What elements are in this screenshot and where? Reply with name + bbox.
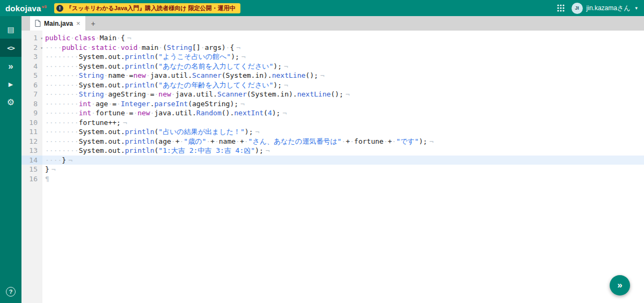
code-line-content[interactable]: ········System.out.println(age·+·"歳の"·+·… bbox=[42, 137, 644, 146]
code-line-content[interactable]: ········System.out.println("ようこそ占いの館へ");… bbox=[42, 52, 644, 62]
sidebar-item-editor[interactable]: <> bbox=[0, 39, 21, 57]
code-token: } bbox=[62, 156, 66, 164]
code-token: · bbox=[116, 43, 121, 51]
code-line[interactable]: 8········int·age·=·Integer.parseInt(ageS… bbox=[21, 99, 644, 109]
code-line[interactable]: 15}¬ bbox=[21, 165, 644, 174]
line-number[interactable]: 13 bbox=[21, 146, 42, 156]
code-line-content[interactable]: ¶ bbox=[42, 174, 644, 184]
file-icon bbox=[35, 20, 41, 27]
code-line-content[interactable]: }¬ bbox=[42, 165, 644, 174]
double-chevron-icon: » bbox=[617, 280, 622, 291]
code-editor[interactable]: 1▾public·class·Main·{¬2▾····public·stati… bbox=[21, 31, 644, 303]
code-token: · bbox=[171, 90, 175, 98]
close-icon[interactable]: × bbox=[76, 19, 80, 27]
code-token: "ようこそ占いの館へ" bbox=[158, 53, 231, 61]
brand-text: dokojava bbox=[5, 4, 41, 13]
apps-grid-icon[interactable] bbox=[557, 4, 565, 12]
code-token: "さん、あなたの運気番号は" bbox=[248, 137, 342, 145]
code-line-content[interactable]: ····public·static·void·main·(String[]·ar… bbox=[42, 43, 644, 53]
line-number[interactable]: 10 bbox=[21, 118, 42, 128]
code-line-content[interactable]: ········fortune++;¬ bbox=[42, 118, 644, 128]
line-number[interactable]: 11 bbox=[21, 127, 42, 137]
line-number[interactable]: 15 bbox=[21, 165, 42, 174]
code-line[interactable]: 12········System.out.println(age·+·"歳の"·… bbox=[21, 137, 644, 146]
fold-caret-icon[interactable]: ▾ bbox=[40, 34, 43, 43]
code-token: System.out. bbox=[79, 62, 125, 70]
line-number[interactable]: 9 bbox=[21, 108, 42, 118]
code-line-content[interactable]: ········System.out.println("あなたの年齢を入力してく… bbox=[42, 80, 644, 90]
code-line[interactable]: 9········int·fortune·=·new·java.util.Ran… bbox=[21, 108, 644, 118]
code-token: ¬ bbox=[284, 81, 288, 89]
code-token: ···· bbox=[45, 43, 62, 51]
line-number[interactable]: 8 bbox=[21, 99, 42, 109]
line-number[interactable]: 3 bbox=[21, 52, 42, 62]
line-number[interactable]: 2▾ bbox=[21, 43, 42, 53]
gear-icon: ⚙ bbox=[7, 98, 14, 107]
notice-banner: ! 『スッキリわかるJava入門』購入読者様向け 限定公開・運用中 bbox=[54, 3, 240, 13]
code-line[interactable]: 3········System.out.println("ようこそ占いの館へ")… bbox=[21, 52, 644, 62]
code-line[interactable]: 13········System.out.println("1:大吉 2:中吉 … bbox=[21, 146, 644, 156]
code-line-content[interactable]: ········System.out.println("あなたの名前を入力してく… bbox=[42, 62, 644, 71]
help-button[interactable]: ? bbox=[6, 287, 16, 297]
code-token: · bbox=[137, 43, 142, 51]
line-number[interactable]: 4 bbox=[21, 62, 42, 71]
code-line[interactable]: 1▾public·class·Main·{¬ bbox=[21, 33, 644, 43]
line-number[interactable]: 16 bbox=[21, 174, 42, 184]
code-line[interactable]: 4········System.out.println("あなたの名前を入力して… bbox=[21, 62, 644, 71]
code-token: { bbox=[230, 43, 234, 51]
code-line[interactable]: 11········System.out.println("占いの結果が出ました… bbox=[21, 127, 644, 137]
code-token: · bbox=[146, 71, 150, 79]
sidebar-item-forward[interactable]: » bbox=[0, 57, 21, 75]
sidebar: ▤<>»▶⚙ ? bbox=[0, 16, 21, 303]
code-line[interactable]: 14····}¬ bbox=[21, 156, 644, 165]
code-token: · bbox=[350, 137, 354, 145]
code-line-content[interactable]: ········String·name·=new·java.util.Scann… bbox=[42, 71, 644, 80]
code-token: = bbox=[150, 90, 155, 98]
line-number[interactable]: 1▾ bbox=[21, 33, 42, 43]
code-line[interactable]: 2▾····public·static·void·main·(String[]·… bbox=[21, 43, 644, 53]
code-token: println bbox=[125, 128, 155, 136]
code-token: void bbox=[121, 43, 137, 51]
run-fab-button[interactable]: » bbox=[610, 275, 630, 295]
code-token: ¬ bbox=[127, 34, 131, 42]
sidebar-item-docs[interactable]: ▤ bbox=[0, 20, 21, 39]
code-token: ( bbox=[163, 43, 167, 51]
user-menu[interactable]: JI jin.kazamaさん ▾ bbox=[572, 3, 638, 14]
line-number[interactable]: 14 bbox=[21, 156, 42, 165]
code-token: · bbox=[244, 137, 248, 145]
line-number[interactable]: 7 bbox=[21, 90, 42, 99]
line-number[interactable]: 5 bbox=[21, 71, 42, 80]
code-token: new bbox=[158, 90, 171, 98]
code-token: · bbox=[392, 137, 396, 145]
code-token: + bbox=[346, 137, 350, 145]
sidebar-item-run[interactable]: ▶ bbox=[0, 75, 21, 93]
fold-caret-icon[interactable]: ▾ bbox=[40, 43, 43, 53]
brand-logo[interactable]: dokojavav3 bbox=[5, 4, 47, 13]
code-line-content[interactable]: ········int·age·=·Integer.parseInt(ageSt… bbox=[42, 99, 644, 109]
code-token: · bbox=[125, 71, 129, 79]
code-line-content[interactable]: ····}¬ bbox=[42, 156, 644, 165]
new-tab-button[interactable]: + bbox=[85, 16, 101, 31]
code-line-content[interactable]: ········String·ageString·=·new·java.util… bbox=[42, 90, 644, 99]
code-token: ········ bbox=[45, 146, 79, 154]
code-line-content[interactable]: ········System.out.println("占いの結果が出ました！"… bbox=[42, 127, 644, 137]
sidebar-item-settings[interactable]: ⚙ bbox=[0, 93, 21, 112]
code-token: ); bbox=[245, 128, 253, 136]
code-token: ¬ bbox=[429, 137, 434, 145]
help-icon: ? bbox=[9, 289, 13, 295]
code-line[interactable]: 7········String·ageString·=·new·java.uti… bbox=[21, 90, 644, 99]
line-number[interactable]: 6 bbox=[21, 80, 42, 90]
code-token: (System.in). bbox=[247, 90, 297, 98]
code-line[interactable]: 6········System.out.println("あなたの年齢を入力して… bbox=[21, 80, 644, 90]
code-token: ········ bbox=[45, 81, 79, 89]
code-line-content[interactable]: public·class·Main·{¬ bbox=[42, 33, 644, 43]
code-line[interactable]: 5········String·name·=new·java.util.Scan… bbox=[21, 71, 644, 80]
code-line[interactable]: 16¶ bbox=[21, 174, 644, 184]
code-line[interactable]: 10········fortune++;¬ bbox=[21, 118, 644, 128]
code-token: + bbox=[210, 137, 215, 145]
tab-main-java[interactable]: Main.java × bbox=[30, 16, 85, 31]
code-line-content[interactable]: ········int·fortune·=·new·java.util.Rand… bbox=[42, 108, 644, 118]
line-number[interactable]: 12 bbox=[21, 137, 42, 146]
code-line-content[interactable]: ········System.out.println("1:大吉 2:中吉 3:… bbox=[42, 146, 644, 156]
alert-icon: ! bbox=[56, 5, 63, 12]
